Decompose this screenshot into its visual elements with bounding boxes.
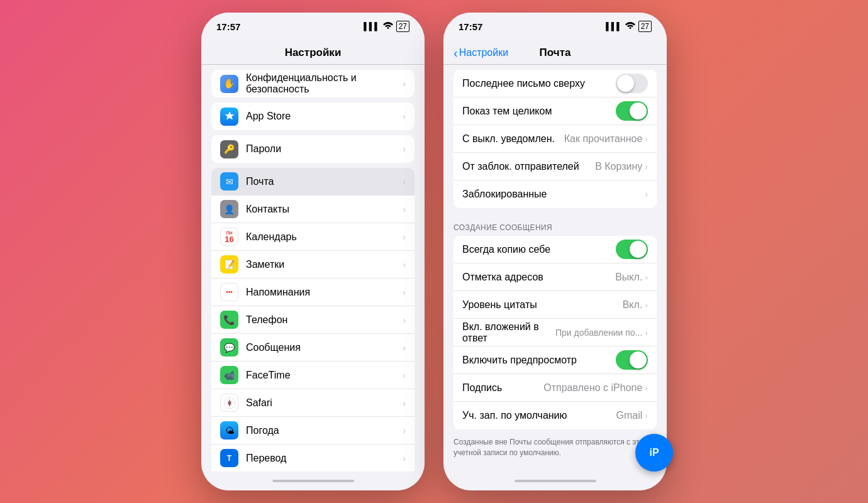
back-label: Настройки — [459, 47, 508, 58]
row-attach-reply[interactable]: Вкл. вложений в ответ При добавлении по.… — [453, 319, 657, 346]
chevron-facetime: › — [403, 370, 406, 380]
contacts-icon: 👤 — [220, 200, 238, 218]
label-always-bcc: Всегда копию себе — [462, 244, 616, 255]
reminders-icon: ••• — [220, 283, 238, 301]
row-label-facetime: FaceTime — [246, 370, 403, 381]
chevron-translate: › — [403, 453, 406, 463]
row-contacts[interactable]: 👤 Контакты › — [211, 196, 415, 223]
row-reminders[interactable]: ••• Напоминания › — [211, 279, 415, 306]
mail-settings: Последнее письмо сверху Показ тем целико… — [443, 65, 667, 472]
phone-icon: 📞 — [220, 311, 238, 329]
chevron-notes: › — [403, 260, 406, 270]
chevron-quote-level: › — [645, 300, 648, 310]
chevron-passwords: › — [403, 144, 406, 154]
nav-bar-1: Настройки — [201, 40, 425, 65]
signal-icon-2: ▌▌▌ — [606, 22, 622, 31]
toggle-always-bcc[interactable] — [616, 240, 648, 259]
label-address-mark: Отметка адресов — [462, 272, 615, 283]
row-facetime[interactable]: 📹 FaceTime › — [211, 362, 415, 389]
signal-icon: ▌▌▌ — [364, 22, 380, 31]
knob-preview — [630, 351, 647, 368]
toggle-preview[interactable] — [616, 350, 648, 370]
home-indicator-2 — [443, 472, 667, 490]
row-label-privacy: Конфиденциальность и безопасность — [246, 72, 403, 95]
translate-icon: T — [220, 449, 238, 467]
row-default-account[interactable]: Уч. зап. по умолчанию Gmail › — [453, 402, 657, 429]
row-last-first[interactable]: Последнее письмо сверху — [453, 70, 657, 97]
row-label-passwords: Пароли — [246, 143, 403, 155]
passwords-icon: 🔑 — [220, 140, 238, 158]
row-label-notes: Заметки — [246, 259, 403, 270]
label-show-threads: Показ тем целиком — [462, 106, 616, 117]
row-blocked[interactable]: Заблокированные › — [453, 180, 657, 208]
chevron-weather: › — [403, 426, 406, 436]
ip-badge: iP — [635, 434, 673, 472]
phone-2: 17:57 ▌▌▌ 27 ‹ Настройки Почта — [443, 13, 667, 490]
section-label-send: ОТПРАВКА — [443, 463, 667, 472]
row-calendar[interactable]: ПН 16 Календарь › — [211, 223, 415, 251]
row-mail[interactable]: ✉ Почта › — [211, 168, 415, 196]
value-address-mark: Выкл. — [615, 272, 642, 283]
value-blocked-senders: В Корзину — [595, 161, 642, 172]
row-privacy[interactable]: ✋ Конфиденциальность и безопасность › — [211, 70, 415, 97]
row-show-threads[interactable]: Показ тем целиком — [453, 97, 657, 125]
toggle-last-first[interactable] — [616, 74, 648, 93]
chevron-calendar: › — [403, 232, 406, 242]
label-preview: Включить предпросмотр — [462, 355, 616, 366]
battery-icon-2: 27 — [638, 21, 652, 32]
row-muted[interactable]: С выкл. уведомлен. Как прочитанное › — [453, 125, 657, 153]
row-messages[interactable]: 💬 Сообщения › — [211, 334, 415, 362]
row-notes[interactable]: 📝 Заметки › — [211, 251, 415, 279]
label-blocked: Заблокированные — [462, 189, 645, 200]
home-indicator-1 — [201, 472, 425, 490]
privacy-icon: ✋ — [220, 75, 238, 93]
time-1: 17:57 — [216, 21, 240, 32]
row-preview[interactable]: Включить предпросмотр — [453, 346, 657, 374]
row-label-mail: Почта — [246, 176, 403, 187]
row-quote-level[interactable]: Уровень цитаты Вкл. › — [453, 291, 657, 319]
value-signature: Отправлено с iPhone — [543, 382, 642, 394]
row-weather[interactable]: 🌤 Погода › — [211, 417, 415, 445]
nav-title-1: Настройки — [285, 47, 342, 59]
back-chevron: ‹ — [453, 46, 458, 60]
chevron-blocked: › — [645, 189, 648, 199]
time-2: 17:57 — [459, 21, 482, 32]
back-button[interactable]: ‹ Настройки — [453, 46, 508, 60]
label-muted: С выкл. уведомлен. — [462, 133, 564, 145]
row-passwords[interactable]: 🔑 Пароли › — [211, 135, 415, 163]
row-label-messages: Сообщения — [246, 342, 403, 353]
chevron-mail: › — [403, 177, 406, 187]
row-address-mark[interactable]: Отметка адресов Выкл. › — [453, 263, 657, 291]
row-blocked-senders[interactable]: От заблок. отправителей В Корзину › — [453, 153, 657, 180]
value-muted: Как прочитанное — [564, 133, 643, 145]
status-bar-2: 17:57 ▌▌▌ 27 — [443, 13, 667, 40]
calendar-icon: ПН 16 — [220, 228, 238, 246]
phone-1: 17:57 ▌▌▌ 27 Настройки — [201, 13, 425, 490]
row-signature[interactable]: Подпись Отправлено с iPhone › — [453, 374, 657, 402]
label-default-account: Уч. зап. по умолчанию — [462, 410, 616, 421]
row-phone[interactable]: 📞 Телефон › — [211, 306, 415, 334]
chevron-privacy: › — [403, 79, 406, 89]
row-translate[interactable]: T Перевод › — [211, 445, 415, 472]
row-label-safari: Safari — [246, 397, 403, 409]
chevron-safari: › — [403, 398, 406, 408]
chevron-address-mark: › — [645, 272, 648, 282]
chevron-appstore: › — [403, 111, 406, 121]
row-label-appstore: App Store — [246, 111, 403, 122]
row-label-translate: Перевод — [246, 453, 403, 464]
section-note: Созданные вне Почты сообщения отправляют… — [443, 434, 667, 463]
chevron-phone: › — [403, 315, 406, 325]
chevron-muted: › — [645, 134, 648, 144]
chevron-signature: › — [645, 383, 648, 393]
value-default-account: Gmail — [616, 410, 643, 421]
messages-icon: 💬 — [220, 338, 238, 357]
wifi-icon — [383, 22, 393, 31]
section-label-compose: СОЗДАНИЕ СООБЩЕНИЯ — [443, 213, 667, 236]
weather-icon: 🌤 — [220, 421, 238, 439]
section-2: Всегда копию себе Отметка адресов Выкл. … — [453, 236, 657, 429]
row-safari[interactable]: Safari › — [211, 389, 415, 417]
row-always-bcc[interactable]: Всегда копию себе — [453, 236, 657, 263]
value-quote-level: Вкл. — [623, 299, 643, 311]
row-appstore[interactable]: App Store › — [211, 102, 415, 130]
toggle-show-threads[interactable] — [616, 101, 648, 121]
